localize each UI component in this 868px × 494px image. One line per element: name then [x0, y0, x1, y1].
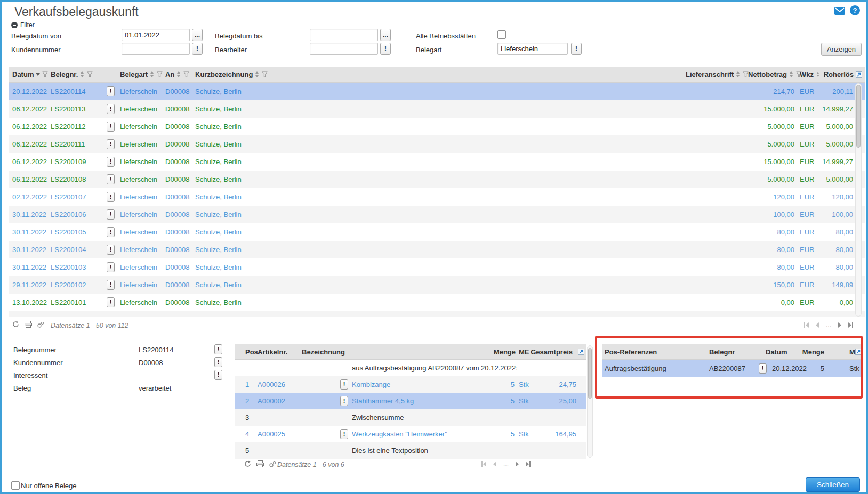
pagination-last-button[interactable] [848, 322, 853, 328]
position-row[interactable]: 1 A000026 ! Kombizange 5 Stk 24,75 [235, 376, 586, 393]
export-icon[interactable] [37, 321, 44, 328]
table-row[interactable]: 06.12.2022 LS2200111 ! Lieferschein D000… [9, 135, 865, 153]
sort-both-icon[interactable] [789, 71, 794, 77]
pagination-first-button[interactable] [481, 461, 486, 467]
bearbeiter-input[interactable] [310, 43, 378, 55]
table-row[interactable]: 30.11.2022 LS2200103 ! Lieferschein D000… [9, 258, 865, 276]
belegdatum-von-input[interactable] [122, 29, 190, 41]
pagination-ellipsis[interactable]: ... [503, 461, 509, 467]
column-header-kurzbezeichnung[interactable]: Kurzbezeichnung [195, 67, 268, 82]
table-row[interactable]: 06.12.2022 LS2200113 ! Lieferschein D000… [9, 100, 865, 118]
table-row[interactable]: 06.12.2022 LS2200112 ! Lieferschein D000… [9, 118, 865, 135]
table-row[interactable]: 13.10.2022 LS2200101 ! Lieferschein D000… [9, 294, 865, 311]
pagination-prev-button[interactable] [493, 461, 496, 467]
column-header-wkz[interactable]: Wkz [800, 67, 821, 82]
cell-artikelnr[interactable]: A000002 [258, 393, 285, 409]
exclamation-button[interactable]: ! [107, 280, 115, 290]
column-header-datum[interactable]: Datum [12, 67, 48, 82]
exclamation-button[interactable]: ! [107, 297, 115, 307]
filter-funnel-icon[interactable] [262, 71, 268, 77]
pagination-next-button[interactable] [838, 322, 841, 328]
cell-belegnr[interactable]: LS2200112 [51, 118, 86, 135]
exclamation-button[interactable]: ! [340, 379, 348, 390]
exclamation-button[interactable]: ! [107, 122, 115, 132]
exclamation-button[interactable]: ! [107, 227, 115, 237]
cell-belegnr[interactable]: LS2200103 [51, 258, 86, 276]
sort-both-icon[interactable] [736, 71, 741, 77]
cell-belegnr[interactable]: LS2200105 [51, 223, 86, 241]
print-icon[interactable] [25, 321, 32, 328]
nur-offene-belege-checkbox[interactable] [11, 481, 20, 490]
column-header-gesamtpreis[interactable]: Gesamtpreis [531, 344, 573, 359]
belegart-exclamation-button[interactable]: ! [571, 43, 582, 55]
cell-belegnr[interactable]: LS2200106 [51, 206, 86, 223]
position-row[interactable]: 3 Zwischensumme [235, 409, 586, 426]
sort-both-icon[interactable] [176, 71, 181, 77]
export-icon[interactable] [269, 461, 276, 467]
exclamation-button[interactable]: ! [107, 104, 115, 114]
mail-icon[interactable] [834, 7, 845, 17]
exclamation-button[interactable]: ! [340, 396, 348, 406]
column-config-icon[interactable] [855, 344, 862, 359]
column-header-belegart[interactable]: Belegart [120, 67, 163, 82]
column-header-ref-menge[interactable]: Menge [802, 344, 824, 359]
belegdatum-bis-input[interactable] [310, 29, 378, 41]
pagination-ellipsis[interactable]: ... [826, 322, 831, 328]
column-header-an[interactable]: An [165, 67, 189, 82]
bearbeiter-exclamation-button[interactable]: ! [380, 43, 391, 55]
cell-belegnr[interactable]: LS2200109 [51, 153, 86, 171]
exclamation-button[interactable]: ! [107, 209, 115, 220]
print-icon[interactable] [256, 460, 264, 467]
table-row[interactable]: 06.12.2022 LS2200108 ! Lieferschein D000… [9, 171, 865, 188]
cell-artikelnr[interactable]: A000026 [258, 376, 285, 393]
help-icon[interactable]: ? [850, 5, 860, 15]
belegdatum-von-lookup-button[interactable]: ... [192, 29, 203, 41]
pagination-next-button[interactable] [516, 461, 519, 467]
sort-both-icon[interactable] [255, 71, 260, 77]
interessent-exclamation-button[interactable]: ! [214, 370, 222, 380]
table-row[interactable]: 30.11.2022 LS2200104 ! Lieferschein D000… [9, 241, 865, 258]
cell-belegnr[interactable]: LS2200107 [51, 188, 86, 206]
column-header-ref-belegnr[interactable]: Belegnr [709, 344, 735, 359]
column-header-roherloes[interactable]: Roherlös [824, 67, 862, 82]
table-row[interactable]: 29.11.2022 LS2200102 ! Lieferschein D000… [9, 276, 865, 294]
scrollbar-thumb[interactable] [856, 85, 861, 148]
pagination-last-button[interactable] [526, 461, 531, 467]
column-header-artikelnr[interactable]: Artikelnr. [258, 344, 287, 359]
pagination-first-button[interactable] [804, 322, 809, 328]
column-header-nettobetrag[interactable]: Nettobetrag [748, 67, 802, 82]
sort-desc-icon[interactable] [36, 73, 40, 76]
column-header-menge[interactable]: Menge [494, 344, 516, 359]
cell-belegnr[interactable]: LS2200108 [51, 171, 86, 188]
exclamation-button[interactable]: ! [107, 139, 115, 149]
table-row[interactable]: 06.12.2022 LS2200109 ! Lieferschein D000… [9, 153, 865, 171]
sort-both-icon[interactable] [816, 72, 820, 76]
table-row[interactable]: 02.12.2022 LS2200107 ! Lieferschein D000… [9, 188, 865, 206]
column-header-pos-referenzen[interactable]: Pos-Referenzen [605, 344, 657, 359]
position-row[interactable]: 4 A000025 ! Werkzeugkasten "Heimwerker" … [235, 426, 586, 442]
belegnummer-exclamation-button[interactable]: ! [214, 344, 222, 354]
alle-betriebsstaetten-checkbox[interactable] [497, 30, 506, 39]
column-config-icon[interactable] [578, 344, 584, 359]
filter-funnel-icon[interactable] [42, 71, 48, 77]
exclamation-button[interactable]: ! [107, 157, 115, 167]
belegart-input[interactable] [497, 43, 568, 55]
detail-kundennummer-exclamation-button[interactable]: ! [214, 357, 222, 367]
cell-belegnr[interactable]: LS2200111 [51, 135, 85, 153]
table-row[interactable]: 30.11.2022 LS2200105 ! Lieferschein D000… [9, 223, 865, 241]
main-table-scrollbar[interactable] [855, 83, 862, 317]
cell-belegnr[interactable]: LS2200101 [51, 294, 86, 311]
column-config-icon[interactable] [856, 71, 862, 78]
anzeigen-button[interactable]: Anzeigen [821, 43, 862, 56]
reference-row[interactable]: Auftragsbestätigung AB2200087 ! 20.12.20… [602, 360, 862, 377]
exclamation-button[interactable]: ! [107, 262, 115, 272]
cell-belegnr[interactable]: LS2200104 [51, 241, 86, 258]
belegdatum-bis-lookup-button[interactable]: ... [380, 29, 391, 41]
filter-funnel-icon[interactable] [87, 71, 93, 77]
sort-both-icon[interactable] [80, 71, 85, 77]
column-header-me[interactable]: ME [519, 344, 529, 359]
exclamation-button[interactable]: ! [107, 86, 115, 96]
refresh-icon[interactable] [244, 460, 251, 467]
table-row[interactable]: 20.12.2022 LS2200114 ! Lieferschein D000… [9, 83, 865, 100]
kundennummer-exclamation-button[interactable]: ! [192, 43, 203, 55]
